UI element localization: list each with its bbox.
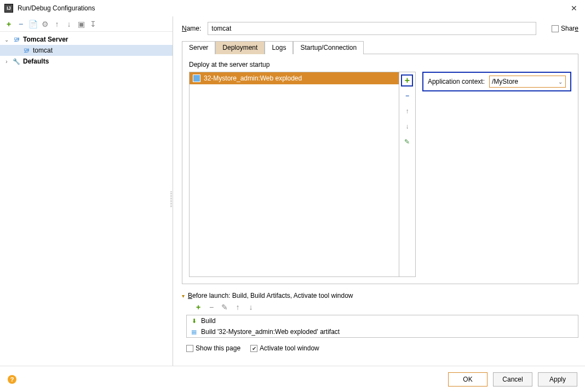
tree-label-defaults: Defaults — [23, 57, 49, 65]
move-down-icon[interactable]: ↓ — [246, 303, 255, 312]
remove-config-icon[interactable]: − — [16, 20, 25, 28]
chevron-down-icon[interactable]: ⌄ — [3, 37, 10, 43]
app-context-value: /MyStore — [490, 78, 555, 85]
chevron-down-icon[interactable]: ⌄ — [555, 79, 565, 85]
task-label: Build — [201, 317, 216, 325]
remove-task-icon[interactable]: − — [207, 303, 216, 312]
deploy-header: Deploy at the server startup — [189, 61, 571, 68]
task-label: Build '32-Mystore_admin:Web exploded' ar… — [201, 328, 340, 336]
app-icon: IJ — [4, 4, 13, 13]
chevron-right-icon[interactable]: › — [3, 59, 10, 65]
apply-button[interactable]: Apply — [538, 372, 577, 387]
activate-label: Activate tool window — [260, 344, 319, 352]
config-tree: ⌄ 🖳 Tomcat Server 🖳 tomcat › 🔧 Defaults — [0, 32, 173, 366]
deployment-panel: Deploy at the server startup 32-Mystore_… — [182, 54, 578, 284]
cancel-button[interactable]: Cancel — [493, 372, 532, 387]
expander-icon[interactable]: ▾ — [182, 293, 185, 299]
add-config-icon[interactable]: + — [4, 20, 13, 28]
sort-icon[interactable]: ↧ — [89, 20, 97, 28]
checkbox-checked-icon[interactable] — [250, 345, 257, 352]
artifact-label: 32-Mystore_admin:Web exploded — [204, 74, 302, 82]
name-label: Name: — [182, 25, 201, 32]
tree-toolbar: + − 📄 ⚙ ↑ ↓ ▣ ↧ — [0, 16, 173, 32]
task-build[interactable]: ⬇ Build — [187, 315, 578, 326]
checkbox-icon[interactable] — [186, 345, 193, 352]
app-context-group: Application context: /MyStore ⌄ — [422, 72, 571, 91]
edit-artifact-icon[interactable]: ✎ — [401, 136, 413, 148]
tree-node-tomcat-server[interactable]: ⌄ 🖳 Tomcat Server — [0, 34, 173, 45]
ok-button[interactable]: OK — [448, 372, 487, 387]
settings-icon[interactable]: ⚙ — [41, 20, 49, 28]
show-page-label: Show this page — [196, 344, 240, 352]
copy-config-icon[interactable]: 📄 — [28, 20, 37, 28]
task-build-artifact[interactable]: ▦ Build '32-Mystore_admin:Web exploded' … — [187, 326, 578, 337]
tab-deployment[interactable]: Deployment — [215, 41, 265, 54]
share-checkbox[interactable] — [552, 25, 559, 32]
move-up-icon[interactable]: ↑ — [53, 20, 61, 28]
tab-server[interactable]: Server — [182, 41, 215, 54]
name-input[interactable] — [208, 22, 536, 35]
move-up-icon[interactable]: ↑ — [401, 105, 413, 117]
share-label: Share — [561, 25, 578, 32]
tomcat-icon: 🖳 — [12, 36, 21, 43]
show-this-page-check[interactable]: Show this page — [186, 344, 240, 352]
before-launch-header[interactable]: ▾ Before launch: Build, Build Artifacts,… — [182, 292, 578, 299]
tabs: Server Deployment Logs Startup/Connectio… — [182, 41, 578, 54]
titlebar: IJ Run/Debug Configurations ✕ — [0, 0, 585, 16]
artifact-toolbar: + − ↑ ↓ ✎ — [399, 72, 416, 277]
activate-tool-window-check[interactable]: Activate tool window — [250, 344, 319, 352]
move-up-icon[interactable]: ↑ — [233, 303, 242, 312]
dialog-footer: ? OK Cancel Apply — [0, 366, 585, 392]
build-icon: ⬇ — [190, 318, 198, 325]
before-launch-title: Before launch: Build, Build Artifacts, A… — [188, 292, 353, 299]
artifact-list[interactable]: 32-Mystore_admin:Web exploded — [189, 72, 399, 277]
before-launch-section: ▾ Before launch: Build, Build Artifacts,… — [182, 292, 578, 352]
artifact-icon — [193, 74, 200, 82]
edit-task-icon[interactable]: ✎ — [220, 303, 229, 312]
tab-startup[interactable]: Startup/Connection — [293, 41, 364, 54]
tree-label-config: tomcat — [33, 47, 53, 54]
splitter-grip[interactable] — [170, 192, 172, 208]
artifact-item[interactable]: 32-Mystore_admin:Web exploded — [190, 72, 399, 84]
folder-icon[interactable]: ▣ — [77, 20, 85, 28]
config-form: Name: Share Server Deployment Logs Start… — [173, 16, 585, 366]
app-context-select[interactable]: /MyStore ⌄ — [489, 76, 566, 88]
move-down-icon[interactable]: ↓ — [401, 120, 413, 132]
config-tree-panel: + − 📄 ⚙ ↑ ↓ ▣ ↧ ⌄ 🖳 Tomcat Server 🖳 tomc… — [0, 16, 173, 366]
add-task-icon[interactable]: + — [194, 303, 203, 312]
remove-artifact-icon[interactable]: − — [401, 90, 413, 102]
tree-node-tomcat[interactable]: 🖳 tomcat — [0, 45, 173, 56]
tab-logs[interactable]: Logs — [265, 41, 293, 54]
tomcat-icon: 🖳 — [22, 47, 31, 54]
wrench-icon: 🔧 — [12, 57, 21, 65]
close-icon[interactable]: ✕ — [567, 3, 581, 14]
tree-label-server: Tomcat Server — [23, 36, 68, 43]
add-artifact-icon[interactable]: + — [401, 74, 413, 87]
app-context-label: Application context: — [428, 78, 485, 85]
before-launch-toolbar: + − ✎ ↑ ↓ — [182, 303, 578, 312]
before-launch-list[interactable]: ⬇ Build ▦ Build '32-Mystore_admin:Web ex… — [186, 315, 578, 338]
window-title: Run/Debug Configurations — [18, 4, 95, 12]
move-down-icon[interactable]: ↓ — [65, 20, 73, 28]
tree-node-defaults[interactable]: › 🔧 Defaults — [0, 56, 173, 67]
help-icon[interactable]: ? — [8, 375, 16, 384]
artifact-icon: ▦ — [190, 328, 198, 336]
